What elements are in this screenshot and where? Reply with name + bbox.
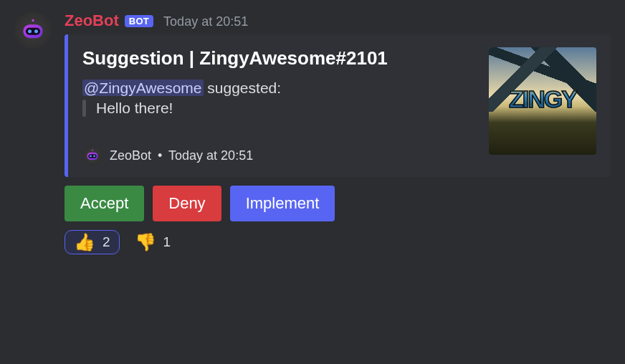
avatar-column [14,11,65,254]
embed: Suggestion | ZingyAwesome#2101 @ZingyAwe… [65,34,611,177]
message-header: ZeoBot BOT Today at 20:51 [65,11,611,30]
svg-rect-1 [26,28,40,35]
robot-icon [20,17,46,43]
bot-tag: BOT [125,15,153,27]
svg-rect-7 [88,154,96,158]
robot-icon [85,148,100,163]
quote-block: Hello there! [82,100,477,117]
thumbs-down-icon: 👎 [135,234,156,251]
button-row: Accept Deny Implement [65,186,611,221]
svg-point-8 [90,155,92,158]
author-name[interactable]: ZeoBot [65,11,119,30]
svg-point-11 [92,150,93,151]
svg-point-2 [28,29,32,33]
embed-title: Suggestion | ZingyAwesome#2101 [82,47,477,70]
embed-description: @ZingyAwesome suggested: [82,80,477,97]
message-content: ZeoBot BOT Today at 20:51 Suggestion | Z… [65,11,611,254]
embed-footer: ZeoBot • Today at 20:51 [82,145,477,166]
footer-name: ZeoBot [110,148,151,163]
quote-bar [82,100,86,117]
bot-avatar[interactable] [14,11,52,49]
accept-button[interactable]: Accept [65,186,144,221]
reactions-row: 👍 2 👎 1 [65,230,611,254]
thumbs-up-icon: 👍 [74,234,95,251]
embed-thumbnail[interactable]: ZINGY [489,47,596,155]
quote-text: Hello there! [96,100,173,117]
deny-button[interactable]: Deny [153,186,221,221]
footer-separator: • [158,148,162,163]
user-mention[interactable]: @ZingyAwesome [82,80,204,96]
footer-text: ZeoBot • Today at 20:51 [110,148,253,163]
thumbnail-text: ZINGY [509,85,576,113]
reaction-thumbs-up[interactable]: 👍 2 [65,230,120,254]
message: ZeoBot BOT Today at 20:51 Suggestion | Z… [0,0,625,254]
svg-point-9 [93,155,95,158]
reaction-thumbs-down[interactable]: 👎 1 [125,230,181,254]
svg-point-5 [32,19,34,21]
implement-button[interactable]: Implement [230,186,335,221]
footer-avatar [82,145,102,166]
message-timestamp: Today at 20:51 [163,14,248,29]
reaction-count: 1 [163,234,171,250]
embed-main: Suggestion | ZingyAwesome#2101 @ZingyAwe… [82,47,477,166]
suggested-label: suggested: [204,80,282,96]
svg-point-3 [34,29,38,33]
reaction-count: 2 [102,234,110,250]
footer-timestamp: Today at 20:51 [168,148,253,163]
